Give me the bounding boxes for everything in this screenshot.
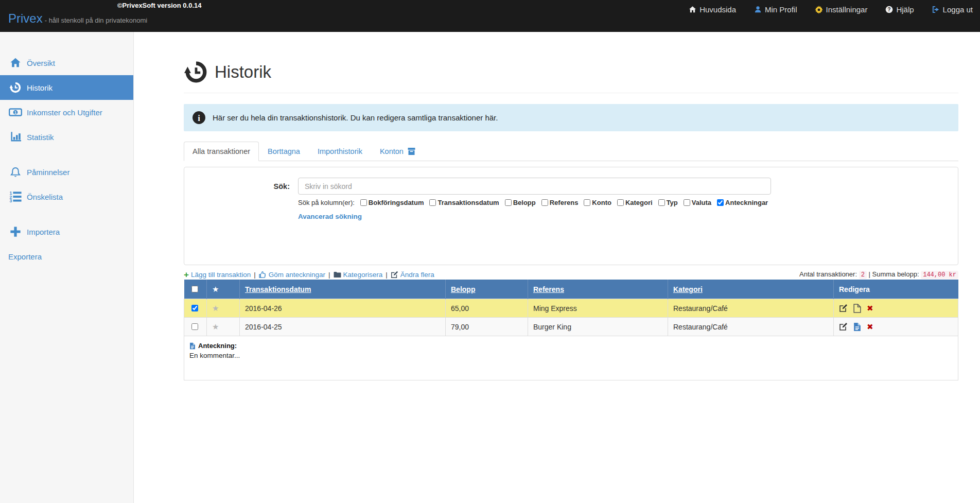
star-icon[interactable]: ★ [212,304,219,313]
sidebar-item-label: Historik [27,83,52,92]
separator: | [386,271,388,279]
cell-amount: 79,00 [446,318,528,336]
bell-icon [8,166,22,178]
add-transaction-link[interactable]: + Lägg till transaktion [184,271,251,279]
sidebar-item-onskelista[interactable]: 123 Önskelista [0,184,133,209]
main-content: Historik i Här ser du hela din transakti… [134,32,980,503]
row-checkbox[interactable] [191,305,198,311]
sidebar-item-label: Påminnelser [27,168,69,177]
filter-typ[interactable]: Typ [658,199,678,206]
search-input[interactable] [298,178,771,195]
sort-kategori[interactable]: Kategori [673,285,703,293]
filter-checkbox[interactable] [684,199,690,206]
edit-row-icon[interactable] [839,304,848,313]
transactions-table: ★ Transaktionsdatum Belopp Referens Kate… [184,280,958,336]
table-actions: + Lägg till transaktion | Göm anteckning… [184,271,434,279]
filter-valuta[interactable]: Valuta [684,199,711,206]
sidebar-item-label: Önskelista [27,193,63,201]
transactions-summary: Antal transaktioner: 2 | Summa belopp: 1… [799,270,958,279]
nav-item-label: Logga ut [943,5,973,14]
note-filled-icon[interactable] [853,322,861,332]
filter-checkbox[interactable] [360,199,367,206]
star-icon[interactable]: ★ [212,322,219,331]
nav-item-hjalp[interactable]: ? Hjälp [885,5,914,14]
nav-item-huvudsida[interactable]: Huvudsida [688,5,736,14]
categorize-link[interactable]: Kategorisera [334,271,383,279]
filter-checkbox[interactable] [584,199,590,206]
sort-transaktionsdatum[interactable]: Transaktionsdatum [245,285,311,293]
filter-belopp[interactable]: Belopp [505,199,536,206]
page-title: Historik [215,62,271,82]
sidebar-item-exportera[interactable]: Exportera [0,244,133,269]
info-icon: i [192,111,206,125]
cell-reference: Ming Express [528,299,668,318]
select-all-checkbox[interactable] [191,286,198,292]
edit-row-icon[interactable] [839,322,848,331]
sort-referens[interactable]: Referens [533,285,564,293]
search-panel: Sök: Sök på kolumn(er): Bokföringsdatum … [184,167,958,265]
sidebar-item-inkomster-och-utgifter[interactable]: 1 Inkomster och Utgifter [0,100,133,125]
search-label: Sök: [184,182,290,190]
help-icon: ? [885,6,893,14]
filter-checkbox[interactable] [541,199,548,206]
tab-label: Importhistorik [318,147,362,155]
sort-belopp[interactable]: Belopp [451,285,475,293]
filter-checkbox[interactable] [717,199,724,206]
sidebar-item-historik[interactable]: Historik [0,75,133,100]
filter-anteckningar[interactable]: Anteckningar [717,199,768,206]
filter-konto[interactable]: Konto [584,199,611,206]
history-icon [8,81,22,94]
nav-item-min-profil[interactable]: Min Profil [754,5,797,14]
svg-text:1: 1 [14,110,16,115]
search-columns-label: Sök på kolumn(er): [298,199,355,206]
sidebar-item-oversikt[interactable]: Översikt [0,50,133,75]
filter-checkbox[interactable] [429,199,436,206]
sum-label: Summa belopp: [872,270,919,278]
info-box: i Här ser du hela din transaktionshistor… [184,104,958,131]
filter-checkbox[interactable] [505,199,512,206]
edit-column-header: Redigera [839,285,870,293]
home-icon [688,6,696,14]
sidebar-item-label: Översikt [27,59,55,67]
gear-icon [815,6,823,14]
row-checkbox[interactable] [191,323,198,330]
user-icon [754,6,762,14]
bar-chart-icon [8,131,22,143]
hide-notes-link[interactable]: Göm anteckningar [259,271,325,279]
filter-checkbox[interactable] [617,199,624,206]
tab-borttagna[interactable]: Borttagna [259,142,309,161]
tab-label: Alla transaktioner [192,147,250,155]
info-text: Här ser du hela din transaktionshistorik… [213,113,498,122]
edit-multiple-link[interactable]: Ändra flera [391,271,434,279]
tab-importhistorik[interactable]: Importhistorik [309,142,371,161]
search-column-filters: Sök på kolumn(er): Bokföringsdatum Trans… [298,199,950,206]
nav-item-logga-ut[interactable]: Logga ut [932,5,973,14]
filter-bokforingsdatum[interactable]: Bokföringsdatum [360,199,424,206]
filter-referens[interactable]: Referens [541,199,579,206]
count-label: Antal transaktioner: [799,270,857,278]
brand-name: Privex [8,11,43,25]
tab-konton[interactable]: Konton [371,142,425,161]
advanced-search-link[interactable]: Avancerad sökning [298,213,362,220]
plus-icon [8,226,22,238]
edit-icon [391,271,398,279]
brand[interactable]: Privex- håll stenkoll på din privatekono… [8,11,147,26]
table-row: ★ 2016-04-26 65,00 Ming Express Restaura… [184,299,958,318]
filter-checkbox[interactable] [658,199,665,206]
sidebar-item-statistik[interactable]: Statistik [0,125,133,149]
sidebar-item-label: Exportera [8,252,42,261]
filter-transaktionsdatum[interactable]: Transaktionsdatum [429,199,499,206]
filter-kategori[interactable]: Kategori [617,199,653,206]
tab-alla-transaktioner[interactable]: Alla transaktioner [184,142,259,161]
sidebar-item-importera[interactable]: Importera [0,219,133,244]
list-ol-icon: 123 [8,190,22,203]
star-icon[interactable]: ★ [212,285,219,293]
nav-item-installningar[interactable]: Inställningar [815,5,868,14]
app-version: ©PrivexSoft version 0.0.14 [117,2,202,9]
cell-date: 2016-04-25 [240,318,446,336]
svg-text:3: 3 [9,198,12,202]
sidebar-item-paminnelser[interactable]: Påminnelser [0,160,133,184]
delete-row-icon[interactable]: ✖ [867,323,873,331]
note-empty-icon[interactable] [853,304,861,313]
delete-row-icon[interactable]: ✖ [867,304,873,312]
